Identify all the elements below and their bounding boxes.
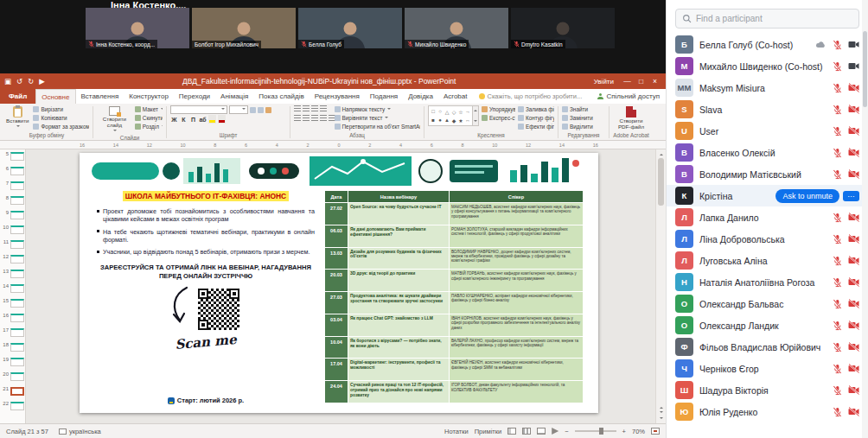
participants-search[interactable] [675, 9, 859, 29]
numbering-icon[interactable] [303, 105, 310, 111]
shape-icon[interactable]: ↔ [465, 117, 470, 123]
clear-formatting-icon[interactable] [265, 107, 271, 113]
quick-access-icon[interactable]: ↺ [16, 77, 22, 86]
ribbon-small-button[interactable]: Заливка фігури [518, 105, 554, 113]
align-left-icon[interactable] [294, 115, 301, 121]
camera-on-icon[interactable] [848, 61, 859, 71]
camera-off-icon[interactable] [848, 83, 859, 92]
camera-off-icon[interactable] [848, 364, 859, 373]
ribbon-small-button[interactable]: Скинути [135, 114, 163, 122]
mic-muted-icon[interactable] [833, 385, 842, 396]
shape-icon[interactable]: → [465, 109, 470, 114]
mic-muted-icon[interactable] [833, 126, 842, 136]
slide-thumbnail-preview[interactable] [10, 372, 24, 381]
zoom-out-button[interactable]: − [565, 428, 568, 435]
slide-thumbnail-preview[interactable] [10, 255, 24, 263]
slide-thumbnail[interactable]: 14 [2, 283, 25, 298]
scroll-up-icon[interactable] [660, 152, 663, 156]
slide-thumbnail-preview[interactable] [10, 314, 24, 322]
notes-button[interactable]: Нотатки [444, 428, 469, 435]
font-toggle-button[interactable]: Ж [170, 115, 178, 124]
slide-sorter-icon[interactable] [522, 428, 531, 435]
participant-row[interactable]: Л Луговська Аліна [667, 250, 868, 271]
zoom-slider-thumb[interactable] [599, 428, 603, 435]
ask-to-unmute-button[interactable]: Ask to unmute [775, 189, 839, 203]
participant-row[interactable]: Ш Шадура Вікторія [667, 379, 868, 401]
video-thumbnail[interactable]: Інна Костенко, коорд... [86, 8, 189, 48]
slide-scrollbar[interactable] [655, 149, 666, 423]
shape-icon[interactable]: □ [431, 109, 435, 114]
camera-off-icon[interactable] [848, 342, 859, 352]
sign-in-link[interactable]: Увійти [594, 78, 614, 86]
participant-row[interactable]: U User [667, 120, 868, 142]
shape-icon[interactable]: ☆ [458, 109, 463, 115]
ribbon-small-button[interactable]: Копіювати [33, 114, 89, 122]
mic-muted-icon[interactable] [833, 105, 842, 115]
participant-row[interactable]: Ч Черніков Єгор [667, 358, 868, 379]
video-thumbnail[interactable]: Белла Голуб [298, 8, 402, 48]
slide-thumbnail[interactable]: 16 [2, 313, 25, 327]
camera-off-icon[interactable] [848, 148, 859, 157]
camera-off-icon[interactable] [848, 256, 859, 265]
participant-row[interactable]: Ю Юлія Руденко [667, 401, 868, 422]
ribbon-tab[interactable]: Acrobat [438, 89, 473, 104]
slide-thumbnail-preview[interactable] [10, 343, 24, 352]
search-input[interactable] [696, 14, 852, 23]
mic-muted-icon[interactable] [833, 40, 842, 50]
zoom-slider[interactable] [575, 430, 616, 432]
window-button[interactable]: □ [635, 77, 648, 86]
font-toggle-button[interactable]: аб [199, 115, 207, 124]
slide-thumbnail-preview[interactable] [10, 240, 24, 249]
shape-icon[interactable]: ◆ [452, 117, 456, 124]
highlight-color-button[interactable] [208, 115, 216, 124]
participant-row[interactable]: В Володимир Матієвський [667, 163, 868, 185]
mic-muted-icon[interactable] [833, 277, 842, 288]
ribbon-small-button[interactable]: Напрямок тексту [335, 105, 421, 113]
font-toggle-button[interactable]: К [180, 115, 188, 124]
scroll-down-icon[interactable] [660, 417, 663, 421]
slide-canvas[interactable]: ШКОЛА МАЙБУТНЬОГО ІТ-ФАХІВЦЯ: АНОНС Прое… [80, 153, 598, 413]
font-color-button[interactable] [218, 115, 226, 124]
shape-icon[interactable]: ■ [431, 117, 435, 123]
quick-access-icon[interactable]: ▣ [4, 77, 11, 86]
slide-thumbnail-preview[interactable] [10, 196, 24, 205]
camera-off-icon[interactable] [848, 213, 859, 222]
bullets-icon[interactable] [294, 105, 301, 111]
camera-off-icon[interactable] [848, 126, 859, 136]
ribbon-small-button[interactable]: Знайти [562, 105, 593, 113]
camera-off-icon[interactable] [848, 169, 859, 179]
normal-view-icon[interactable] [507, 428, 516, 435]
increase-indent-icon[interactable] [320, 105, 327, 111]
ribbon-tab[interactable]: Основне [35, 89, 75, 104]
participant-row[interactable]: Л Ліна Добровольська [667, 228, 868, 250]
shape-icon[interactable]: △ [445, 109, 450, 115]
mic-muted-icon[interactable] [833, 342, 842, 352]
ribbon-tab[interactable]: Анімація [215, 89, 253, 104]
slide-thumbnail[interactable]: 7 [2, 181, 25, 195]
participant-row[interactable]: Б Белла Голуб (Co-host) [667, 34, 868, 55]
camera-off-icon[interactable] [848, 385, 859, 395]
align-right-icon[interactable] [311, 115, 318, 121]
comments-button[interactable]: Примітки [475, 428, 501, 435]
slide-thumbnail[interactable]: 17 [2, 327, 25, 342]
slideshow-icon[interactable] [552, 428, 558, 435]
reading-view-icon[interactable] [537, 428, 546, 435]
ribbon-small-button[interactable]: Контур фігури [518, 114, 554, 122]
slide-thumbnail-preview[interactable] [10, 299, 24, 308]
ribbon-small-button[interactable]: Розділ [135, 123, 163, 130]
slide-thumbnail-preview[interactable] [10, 167, 24, 175]
participant-row[interactable]: S Slava [667, 98, 868, 120]
fit-slide-icon[interactable] [651, 428, 660, 435]
mic-muted-icon[interactable] [833, 83, 842, 93]
quick-access-icon[interactable]: ▶ [39, 77, 45, 86]
slide-thumbnail[interactable]: 12 [2, 254, 25, 269]
slide-thumbnail-preview[interactable] [10, 402, 24, 410]
slide-thumbnail-preview[interactable] [10, 270, 24, 278]
window-button[interactable]: × [648, 77, 661, 86]
scrollbar-thumb[interactable] [658, 158, 664, 206]
language-button[interactable]: українська [59, 428, 101, 435]
slide-thumbnail[interactable]: 19 [2, 357, 25, 371]
participant-row[interactable]: М Михайло Швиденко (Co-host) [667, 55, 868, 77]
previous-slide-icon[interactable] [660, 405, 663, 409]
slide-thumbnail[interactable]: 18 [2, 342, 25, 357]
